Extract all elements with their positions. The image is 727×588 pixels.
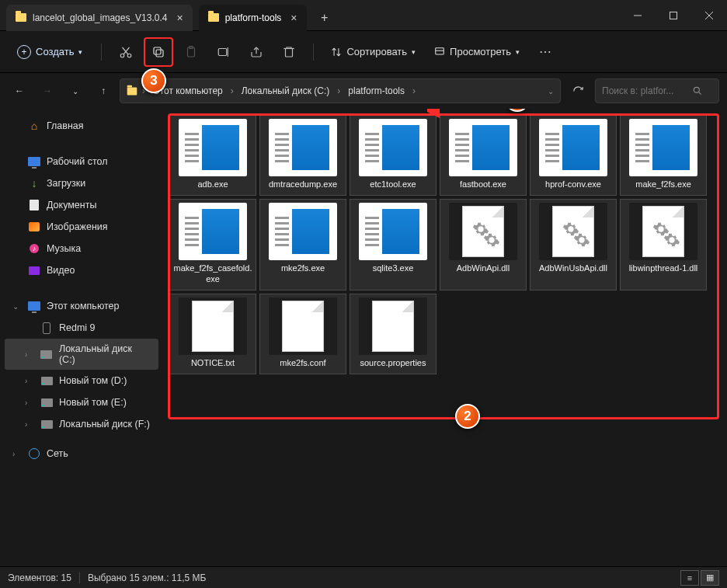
sidebar-item-disk-f[interactable]: ›Локальный диск (F:) (5, 413, 158, 435)
file-item[interactable]: AdbWinUsbApi.dll (530, 199, 617, 291)
file-item[interactable]: sqlite3.exe (350, 199, 437, 291)
crumb-disk[interactable]: Локальный диск (C:) (238, 84, 333, 98)
sidebar-item-downloads[interactable]: ↓Загрузки (5, 172, 158, 194)
sidebar-item-redmi[interactable]: Redmi 9 (5, 317, 158, 339)
file-item[interactable]: AdbWinApi.dll (440, 199, 527, 291)
dll-icon (629, 203, 697, 260)
exe-icon (179, 119, 247, 176)
chevron-down-icon[interactable]: ⌄ (12, 302, 22, 311)
paste-button[interactable] (176, 37, 206, 67)
minimize-button[interactable] (620, 0, 656, 31)
sidebar-item-desktop[interactable]: Рабочий стол (5, 151, 158, 172)
file-label: mke2fs.conf (280, 358, 325, 369)
file-item[interactable]: fastboot.exe (440, 115, 527, 196)
svg-rect-9 (154, 47, 161, 54)
sidebar-item-label: Локальный диск (F:) (59, 419, 150, 430)
grid-view-button[interactable]: ▦ (701, 570, 719, 586)
sidebar-item-thispc[interactable]: ⌄Этот компьютер (5, 295, 158, 317)
content-area[interactable]: adb.exedmtracedump.exeetc1tool.exefastbo… (163, 109, 727, 566)
svg-rect-1 (670, 12, 677, 19)
search-input[interactable] (602, 85, 687, 96)
delete-button[interactable] (274, 37, 304, 67)
close-icon[interactable]: × (176, 12, 183, 24)
svg-point-20 (694, 87, 699, 92)
file-label: adb.exe (197, 179, 228, 190)
svg-line-7 (123, 47, 129, 54)
forward-button[interactable]: → (36, 79, 59, 103)
desktop-icon (28, 155, 40, 168)
status-bar: Элементов: 15 Выбрано 15 элем.: 11,5 МБ … (0, 566, 727, 588)
callout-3: 3 (141, 68, 166, 93)
file-item[interactable]: etc1tool.exe (350, 115, 437, 196)
sidebar-item-label: Музыка (47, 243, 81, 254)
file-item[interactable]: mke2fs.exe (259, 199, 346, 291)
file-icon (359, 297, 427, 355)
sidebar-item-pictures[interactable]: Изображения (5, 216, 158, 238)
file-item[interactable]: hprof-conv.exe (530, 115, 617, 196)
chevron-right-icon[interactable]: › (25, 398, 34, 407)
sidebar-item-music[interactable]: ♪Музыка (5, 238, 158, 259)
new-tab-button[interactable]: + (311, 5, 338, 31)
more-button[interactable]: ⋯ (530, 37, 560, 67)
create-button[interactable]: + Создать ▾ (8, 40, 92, 64)
sort-button[interactable]: Сортировать ▾ (323, 41, 423, 62)
toolbar: + Создать ▾ Сортировать ▾ Просмотреть ▾ … (0, 31, 727, 73)
file-item[interactable]: make_f2fs_casefold.exe (169, 199, 256, 291)
exe-icon (359, 119, 427, 176)
callout-2: 2 (455, 404, 480, 429)
sidebar-item-label: Этот компьютер (47, 301, 119, 311)
address-bar[interactable]: › Этот компьютер › Локальный диск (C:) ›… (120, 78, 561, 103)
file-label: sqlite3.exe (373, 263, 414, 274)
chevron-right-icon[interactable]: › (12, 450, 22, 458)
refresh-button[interactable] (565, 78, 590, 103)
annotation-arrow (427, 109, 505, 118)
file-label: fastboot.exe (460, 179, 506, 190)
tab-inactive[interactable]: lancelot_global_images_V13.0.4 × (6, 5, 193, 31)
dll-icon (539, 203, 607, 260)
share-button[interactable] (242, 37, 271, 67)
view-button[interactable]: Просмотреть ▾ (426, 41, 527, 62)
file-item[interactable]: make_f2fs.exe (620, 115, 707, 196)
file-item[interactable]: NOTICE.txt (169, 294, 256, 374)
sidebar-item-network[interactable]: ›Сеть (5, 443, 158, 464)
file-item[interactable]: adb.exe (169, 115, 256, 196)
back-button[interactable]: ← (8, 79, 31, 103)
maximize-button[interactable] (656, 0, 691, 31)
file-label: hprof-conv.exe (545, 179, 601, 190)
file-item[interactable]: mke2fs.conf (259, 294, 346, 374)
sidebar-item-disk-c[interactable]: ›Локальный диск (C:) (5, 339, 158, 370)
sidebar-item-video[interactable]: Видео (5, 259, 158, 281)
status-selected: Выбрано 15 элем.: 11,5 МБ (88, 572, 207, 583)
exe-icon (359, 203, 427, 260)
monitor-icon (28, 300, 40, 312)
file-label: etc1tool.exe (370, 179, 416, 190)
cut-button[interactable] (111, 37, 141, 67)
up-button[interactable]: ↑ (92, 79, 115, 103)
sort-label: Сортировать (346, 46, 407, 57)
sidebar-item-disk-e[interactable]: ›Новый том (E:) (5, 391, 158, 413)
search-box[interactable] (595, 78, 719, 103)
chevron-right-icon[interactable]: › (25, 420, 34, 429)
file-item[interactable]: dmtracedump.exe (259, 115, 346, 196)
sidebar-item-documents[interactable]: Документы (5, 194, 158, 216)
svg-rect-12 (219, 48, 228, 55)
file-item[interactable]: source.properties (350, 294, 437, 374)
view-label: Просмотреть (450, 46, 511, 57)
tab-active[interactable]: platform-tools × (199, 5, 307, 31)
sidebar-item-disk-d[interactable]: ›Новый том (D:) (5, 370, 158, 391)
rename-button[interactable] (209, 37, 238, 67)
copy-button[interactable] (144, 37, 173, 67)
recent-button[interactable]: ⌄ (64, 79, 87, 103)
close-icon[interactable]: × (290, 12, 297, 24)
chevron-right-icon[interactable]: › (25, 377, 34, 385)
exe-icon (269, 119, 337, 176)
chevron-right-icon[interactable]: › (25, 350, 34, 359)
close-window-button[interactable] (691, 0, 727, 31)
sidebar-item-home[interactable]: ⌂Главная (5, 115, 158, 137)
exe-icon (629, 119, 697, 176)
crumb-folder[interactable]: platform-tools (345, 84, 408, 98)
list-view-button[interactable]: ≡ (680, 570, 699, 586)
video-icon (28, 264, 40, 277)
disk-icon (40, 396, 53, 409)
file-item[interactable]: libwinpthread-1.dll (620, 199, 707, 291)
